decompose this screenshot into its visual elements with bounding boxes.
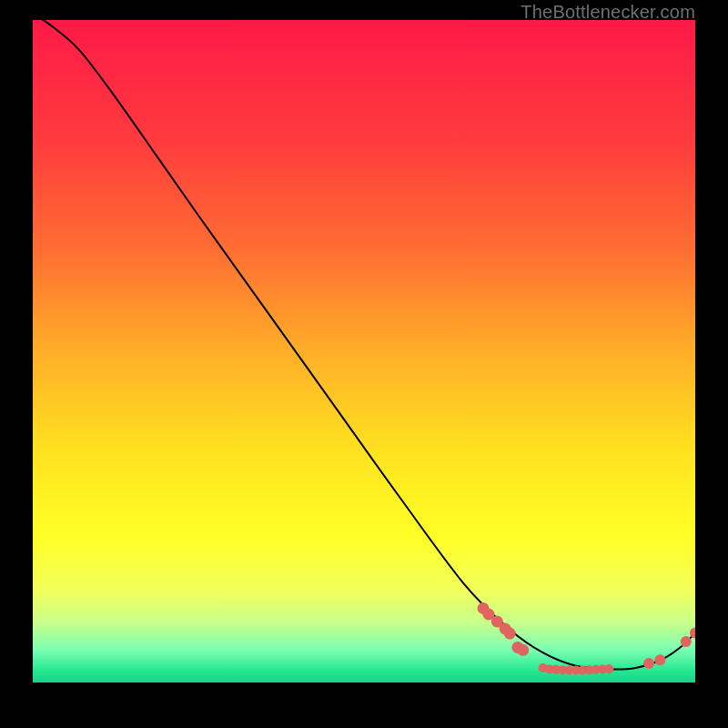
data-marker (654, 654, 665, 665)
data-marker (517, 644, 529, 656)
data-marker (504, 628, 516, 640)
data-marker (643, 658, 654, 669)
data-marker (604, 664, 613, 673)
chart-svg (33, 20, 695, 682)
chart-frame (33, 20, 695, 682)
data-marker (681, 636, 692, 647)
